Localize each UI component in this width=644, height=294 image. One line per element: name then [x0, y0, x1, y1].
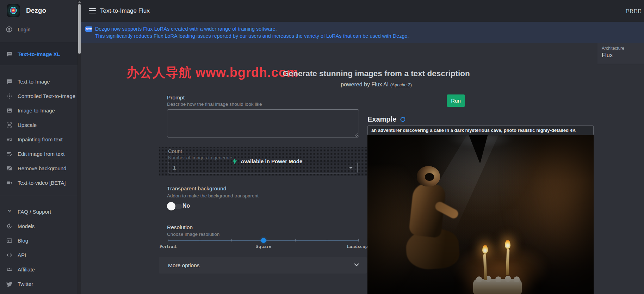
license-link[interactable]: (Apache 2) — [390, 82, 412, 87]
main-content: Architecture Flux 办公人导航 www.bgrdh.com Ge… — [81, 43, 644, 294]
sidebar-item-label: Text-to-Image XL — [18, 51, 60, 57]
resolution-marks: Portrait Square Landscape — [168, 244, 359, 249]
brand[interactable]: Dezgo — [0, 0, 78, 21]
sidebar: Dezgo Login Text-to-Image XL Text-to-Ima… — [0, 0, 78, 294]
news-banner: NEW Dezgo now supports Flux LoRAs create… — [81, 22, 644, 43]
sidebar-item-affiliate[interactable]: Affiliate — [0, 262, 78, 277]
slider-tick — [295, 239, 296, 241]
slider-tick — [200, 239, 200, 241]
dezgo-app: Dezgo Login Text-to-Image XL Text-to-Ima… — [0, 0, 644, 294]
question-icon: ? — [6, 209, 12, 215]
twitter-icon — [6, 281, 12, 287]
svg-text:?: ? — [7, 209, 11, 214]
transparent-help: Addon to make the background transparent — [167, 193, 259, 198]
slider-tick — [358, 239, 359, 241]
sidebar-item-text-to-image[interactable]: Text-to-Image — [0, 74, 78, 89]
sidebar-item-text-to-image-xl[interactable]: Text-to-Image XL — [0, 42, 78, 66]
chevron-down-icon — [354, 263, 359, 267]
refresh-icon[interactable] — [400, 116, 406, 123]
sidebar-item-text-to-video[interactable]: Text-to-video [BETA] — [0, 176, 78, 190]
mark-landscape: Landscape — [347, 244, 370, 249]
hero: Generate stunning images from a text des… — [278, 69, 475, 88]
sidebar-item-label: Login — [18, 26, 31, 32]
resolution-slider[interactable] — [168, 238, 359, 243]
resolution-label: Resolution — [167, 224, 193, 231]
models-icon — [6, 223, 12, 229]
powered-by: powered by Flux AI (Apache 2) — [278, 81, 475, 88]
sidebar-item-label: Twitter — [18, 281, 33, 287]
transparent-label: Transparent background — [167, 185, 226, 192]
run-button[interactable]: Run — [447, 94, 465, 107]
scrollbar-thumb[interactable] — [78, 4, 81, 54]
architecture-box: Architecture Flux — [597, 43, 644, 64]
sidebar-scrollbar[interactable] — [78, 0, 81, 294]
sidebar-item-controlled-text-to-image[interactable]: Controlled Text-to-Image — [0, 89, 78, 103]
banner-line-1: Dezgo now supports Flux LoRAs created wi… — [95, 25, 409, 32]
sidebar-item-label: Remove background — [18, 165, 66, 171]
sidebar-item-label: Models — [18, 223, 35, 229]
people-icon — [6, 267, 12, 273]
slider-tick — [327, 239, 327, 241]
sidebar-item-label: Controlled Text-to-Image — [18, 93, 75, 99]
slider-thumb[interactable] — [261, 238, 266, 243]
sidebar-item-label: Edit image from text — [18, 151, 64, 157]
control-pad-icon — [6, 93, 12, 99]
user-icon — [6, 26, 12, 32]
example-image — [367, 135, 594, 294]
edit-icon — [6, 151, 12, 157]
sidebar-item-label: Upscale — [18, 122, 37, 128]
inpaint-icon — [6, 136, 12, 143]
more-options-accordion[interactable]: More options — [159, 257, 367, 274]
sidebar-item-edit-image-from-text[interactable]: Edit image from text — [0, 147, 78, 161]
example-prompt[interactable]: an adventurer discovering a cake in a da… — [367, 125, 594, 135]
sidebar-item-blog[interactable]: Blog — [0, 233, 78, 248]
toggle-state-label: No — [182, 203, 190, 209]
banner-line-2: This significantly reduces Flux LoRA loa… — [95, 32, 409, 39]
sidebar-item-login[interactable]: Login — [0, 22, 78, 37]
count-value: 1 — [173, 165, 176, 171]
page-title: Text-to-Image Flux — [100, 7, 150, 14]
upscale-icon — [6, 122, 12, 128]
sidebar-item-api[interactable]: API — [0, 248, 78, 262]
chat-icon — [6, 79, 12, 85]
lightning-icon — [232, 158, 237, 165]
plan-badge: FREE — [626, 8, 642, 14]
slider-tick — [168, 239, 168, 241]
more-options-label: More options — [168, 262, 200, 269]
sidebar-item-image-to-image[interactable]: Image-to-Image — [0, 103, 78, 118]
prompt-help: Describe how the final image should look… — [167, 102, 262, 107]
prompt-label: Prompt — [167, 94, 185, 101]
architecture-label: Architecture — [602, 46, 644, 51]
hero-title: Generate stunning images from a text des… — [278, 69, 475, 78]
sidebar-item-discord[interactable]: Discord — [0, 291, 78, 294]
image-icon — [6, 108, 12, 114]
remove-background-icon — [6, 165, 12, 172]
watermark-text: 办公人导航 www.bgrdh.com — [126, 64, 298, 81]
count-section: Count Number of images to generate 1 Ava… — [159, 147, 367, 176]
blog-icon — [6, 238, 12, 244]
dezgo-logo-icon — [7, 4, 20, 17]
count-label: Count — [168, 148, 182, 154]
resolution-help: Choose image resolution — [167, 232, 219, 237]
mark-portrait: Portrait — [160, 244, 177, 249]
sidebar-item-upscale[interactable]: Upscale — [0, 118, 78, 132]
new-badge: NEW — [85, 26, 92, 32]
sidebar-item-models[interactable]: Models — [0, 219, 78, 233]
sidebar-item-remove-background[interactable]: Remove background — [0, 161, 78, 176]
resize-handle-icon[interactable] — [355, 133, 358, 137]
prompt-input[interactable] — [167, 109, 359, 137]
banner-message[interactable]: Dezgo now supports Flux LoRAs created wi… — [95, 25, 409, 39]
sidebar-item-label: Text-to-Image — [18, 79, 50, 85]
sidebar-item-faq-support[interactable]: ? FAQ / Support — [0, 204, 78, 219]
sidebar-item-label: Image-to-Image — [18, 108, 55, 114]
example-title: Example — [367, 115, 396, 123]
menu-icon[interactable] — [89, 8, 96, 13]
power-mode-note: Available in Power Mode — [232, 158, 302, 165]
sidebar-item-inpainting-from-text[interactable]: Inpainting from text — [0, 132, 78, 147]
toggle-knob[interactable] — [167, 202, 175, 210]
chevron-down-icon — [349, 167, 353, 169]
sidebar-item-label: FAQ / Support — [18, 209, 51, 215]
sidebar-item-twitter[interactable]: Twitter — [0, 277, 78, 291]
transparent-toggle[interactable] — [167, 202, 183, 210]
power-mode-text: Available in Power Mode — [241, 158, 302, 164]
